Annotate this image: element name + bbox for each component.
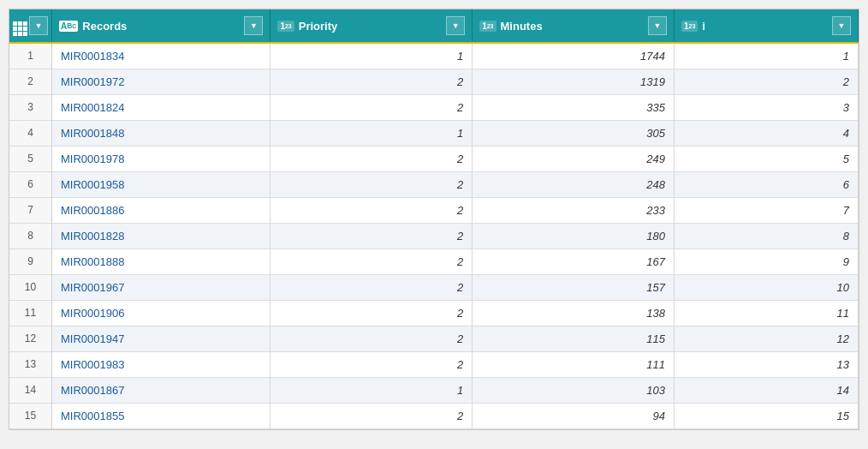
row-number: 11: [9, 300, 52, 326]
priority-type-icon: 123: [277, 21, 294, 32]
cell-priority: 2: [271, 69, 473, 94]
cell-i: 14: [674, 377, 858, 403]
table-row: 14MIR0001867110314: [9, 377, 859, 403]
i-type-icon: 123: [681, 21, 698, 32]
cell-i: 15: [674, 403, 858, 428]
cell-record: MIR0001947: [52, 326, 271, 351]
grid-dropdown-icon[interactable]: ▼: [29, 16, 48, 35]
cell-priority: 2: [271, 146, 473, 171]
row-number: 4: [9, 120, 52, 146]
cell-priority: 2: [271, 351, 473, 377]
minutes-type-icon: 123: [479, 21, 496, 32]
table-row: 1MIR0001834117441: [9, 43, 859, 69]
table-row: 3MIR000182423353: [9, 94, 859, 120]
cell-minutes: 167: [473, 248, 675, 274]
cell-record: MIR0001886: [52, 197, 271, 223]
column-header-minutes: 123 Minutes ▼: [473, 9, 675, 43]
cell-record: MIR0001834: [52, 43, 271, 69]
table-row: 2MIR0001972213192: [9, 69, 859, 94]
cell-minutes: 335: [473, 94, 675, 120]
cell-priority: 2: [271, 248, 473, 274]
cell-i: 3: [674, 94, 858, 120]
table-row: 9MIR000188821679: [9, 248, 859, 274]
row-number: 13: [9, 351, 52, 377]
cell-minutes: 138: [473, 300, 675, 326]
cell-minutes: 1744: [473, 43, 675, 69]
cell-record: MIR0001906: [52, 300, 271, 326]
cell-priority: 1: [271, 43, 473, 69]
row-number: 2: [9, 69, 52, 94]
priority-column-label: Priority: [299, 20, 338, 33]
row-number: 1: [9, 43, 52, 69]
records-dropdown-button[interactable]: ▼: [244, 16, 263, 35]
cell-minutes: 157: [473, 274, 675, 300]
cell-i: 4: [674, 120, 858, 146]
row-number: 7: [9, 197, 52, 223]
cell-i: 2: [674, 69, 858, 94]
cell-priority: 2: [271, 274, 473, 300]
priority-dropdown-button[interactable]: ▼: [446, 16, 465, 35]
cell-record: MIR0001978: [52, 146, 271, 171]
cell-priority: 1: [271, 377, 473, 403]
i-dropdown-button[interactable]: ▼: [832, 16, 851, 35]
cell-i: 10: [674, 274, 858, 300]
row-number: 3: [9, 94, 52, 120]
column-header-records: ABC Records ▼: [52, 9, 271, 43]
cell-priority: 2: [271, 326, 473, 351]
cell-i: 11: [674, 300, 858, 326]
cell-priority: 2: [271, 223, 473, 248]
cell-record: MIR0001972: [52, 69, 271, 94]
cell-record: MIR0001848: [52, 120, 271, 146]
cell-minutes: 233: [473, 197, 675, 223]
cell-record: MIR0001828: [52, 223, 271, 248]
cell-record: MIR0001958: [52, 171, 271, 197]
row-number: 9: [9, 248, 52, 274]
cell-i: 7: [674, 197, 858, 223]
cell-minutes: 248: [473, 171, 675, 197]
cell-i: 1: [674, 43, 858, 69]
cell-i: 12: [674, 326, 858, 351]
cell-minutes: 94: [473, 403, 675, 428]
column-header-i: 123 i ▼: [674, 9, 858, 43]
cell-minutes: 103: [473, 377, 675, 403]
minutes-column-label: Minutes: [501, 20, 543, 33]
table-row: 11MIR0001906213811: [9, 300, 859, 326]
cell-priority: 2: [271, 197, 473, 223]
cell-record: MIR0001855: [52, 403, 271, 428]
cell-record: MIR0001967: [52, 274, 271, 300]
cell-record: MIR0001824: [52, 94, 271, 120]
row-number: 12: [9, 326, 52, 351]
column-header-grid: ▼: [9, 9, 52, 43]
row-number: 6: [9, 171, 52, 197]
cell-i: 8: [674, 223, 858, 248]
cell-i: 5: [674, 146, 858, 171]
cell-record: MIR0001867: [52, 377, 271, 403]
records-type-icon: ABC: [59, 21, 78, 32]
cell-minutes: 249: [473, 146, 675, 171]
table-row: 15MIR000185529415: [9, 403, 859, 428]
row-number: 8: [9, 223, 52, 248]
table-row: 6MIR000195822486: [9, 171, 859, 197]
cell-priority: 2: [271, 94, 473, 120]
cell-i: 6: [674, 171, 858, 197]
cell-minutes: 111: [473, 351, 675, 377]
cell-record: MIR0001983: [52, 351, 271, 377]
row-number: 14: [9, 377, 52, 403]
cell-i: 13: [674, 351, 858, 377]
cell-priority: 2: [271, 171, 473, 197]
cell-minutes: 180: [473, 223, 675, 248]
table-row: 10MIR0001967215710: [9, 274, 859, 300]
row-number: 15: [9, 403, 52, 428]
cell-i: 9: [674, 248, 858, 274]
table-row: 5MIR000197822495: [9, 146, 859, 171]
records-column-label: Records: [82, 20, 127, 33]
cell-minutes: 1319: [473, 69, 675, 94]
cell-priority: 1: [271, 120, 473, 146]
i-column-label: i: [702, 20, 705, 33]
grid-icon: [13, 15, 27, 36]
minutes-dropdown-button[interactable]: ▼: [648, 16, 667, 35]
row-number: 5: [9, 146, 52, 171]
data-table: ▼ ABC Records ▼: [9, 9, 859, 430]
table-row: 7MIR000188622337: [9, 197, 859, 223]
table-row: 4MIR000184813054: [9, 120, 859, 146]
